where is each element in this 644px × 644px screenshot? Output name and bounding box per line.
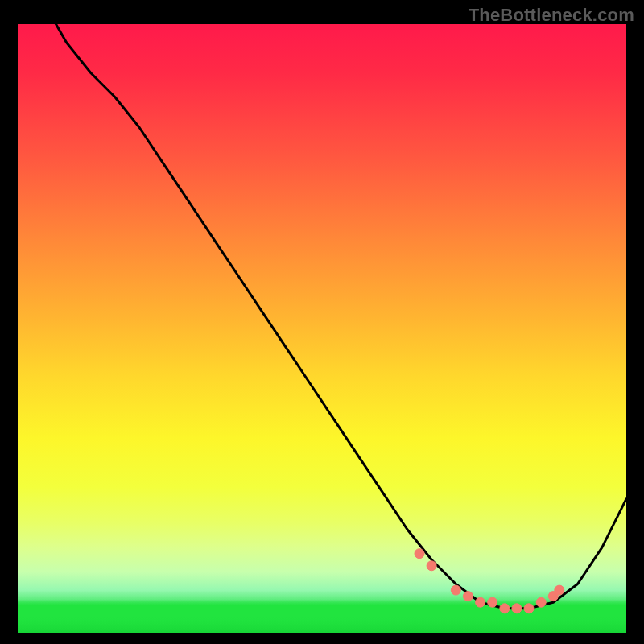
data-marker	[555, 585, 564, 595]
data-marker	[524, 604, 534, 613]
data-marker	[536, 597, 546, 607]
data-marker	[463, 592, 473, 601]
data-marker	[427, 561, 436, 571]
data-marker	[488, 597, 497, 607]
chart-frame: TheBottleneck.com	[0, 0, 644, 644]
data-marker	[512, 604, 522, 613]
data-marker	[476, 597, 485, 607]
plot-area	[18, 24, 626, 633]
data-marker	[451, 585, 460, 595]
data-marker	[415, 549, 424, 559]
data-marker	[500, 604, 510, 613]
curve-svg	[18, 24, 626, 633]
watermark-text: TheBottleneck.com	[469, 5, 634, 26]
data-markers	[415, 549, 564, 613]
bottleneck-curve	[18, 24, 626, 609]
